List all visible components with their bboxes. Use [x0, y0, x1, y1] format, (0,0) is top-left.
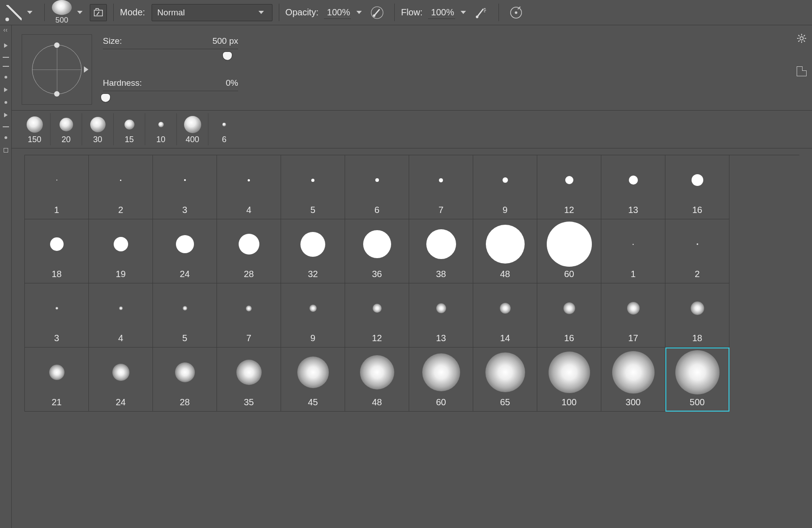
brush-preset[interactable]: 2 — [665, 219, 729, 283]
brush-preset[interactable]: 5 — [153, 283, 217, 347]
brush-preset[interactable]: 35 — [217, 347, 281, 412]
brush-preset[interactable]: 7 — [217, 283, 281, 347]
brush-preset[interactable]: 36 — [345, 219, 409, 283]
brush-preset[interactable]: 13 — [409, 283, 473, 347]
brush-angle-control[interactable] — [22, 34, 92, 105]
hardness-value[interactable]: 0% — [226, 78, 238, 88]
brush-preset[interactable]: 12 — [345, 283, 409, 347]
size-slider[interactable]: Size: 500 px — [103, 36, 238, 63]
soft-brush-icon — [422, 353, 460, 391]
brush-preset[interactable]: 28 — [217, 219, 281, 283]
new-preset-button[interactable] — [797, 66, 807, 76]
brush-preset[interactable]: 60 — [409, 347, 473, 412]
chevron-down-icon — [258, 11, 264, 14]
brush-preset[interactable]: 9 — [473, 155, 537, 219]
panel-menu-button[interactable] — [797, 33, 807, 46]
brush-preset[interactable]: 14 — [473, 283, 537, 347]
brush-preset[interactable]: 60 — [537, 219, 601, 283]
soft-brush-icon — [297, 357, 329, 388]
pressure-size-button[interactable] — [508, 5, 524, 21]
brush-size-label: 9 — [310, 333, 315, 343]
brush-preset[interactable]: 16 — [665, 155, 729, 219]
brush-preset[interactable]: 300 — [601, 347, 665, 412]
brush-preset[interactable]: 18 — [665, 283, 729, 347]
brush-preset[interactable]: 500 — [665, 347, 729, 412]
chevron-down-icon[interactable] — [27, 11, 32, 14]
opacity-value[interactable]: 100% — [324, 6, 351, 19]
brush-preset[interactable]: 1 — [25, 155, 89, 219]
brush-thumb-icon — [125, 120, 134, 130]
recent-brush[interactable]: 15 — [114, 113, 145, 145]
brush-preset[interactable]: 6 — [345, 155, 409, 219]
brush-preset[interactable]: 17 — [601, 283, 665, 347]
tool-stub-icon[interactable] — [3, 66, 9, 67]
slider-thumb[interactable] — [101, 94, 110, 102]
brush-thumb-icon — [158, 122, 164, 127]
tool-stub-icon[interactable] — [3, 57, 9, 58]
tool-stub-icon[interactable] — [5, 101, 7, 104]
brush-preset[interactable]: 48 — [345, 347, 409, 412]
brush-panel-toggle-button[interactable] — [90, 4, 107, 21]
brush-preset[interactable]: 65 — [473, 347, 537, 412]
brush-size-label: 18 — [692, 333, 702, 343]
brush-preset[interactable]: 24 — [89, 347, 153, 412]
chevron-down-icon[interactable] — [461, 11, 466, 14]
hard-brush-icon — [565, 176, 573, 184]
soft-brush-icon — [632, 244, 634, 245]
svg-line-14 — [804, 35, 805, 37]
recent-brush[interactable]: 150 — [19, 113, 51, 145]
tool-stub-icon[interactable] — [3, 126, 9, 127]
recent-brush[interactable]: 20 — [51, 113, 82, 145]
brush-preset[interactable]: 1 — [601, 219, 665, 283]
brush-preset[interactable]: 18 — [25, 219, 89, 283]
hard-brush-icon — [50, 237, 64, 251]
brush-preview-slot[interactable]: 500 — [51, 0, 73, 25]
brush-preset[interactable]: 3 — [153, 155, 217, 219]
recent-brush[interactable]: 10 — [145, 113, 177, 145]
recent-brush[interactable]: 400 — [177, 113, 208, 145]
size-value[interactable]: 500 px — [212, 36, 238, 46]
pressure-opacity-button[interactable] — [369, 5, 385, 21]
brush-preset[interactable]: 13 — [601, 155, 665, 219]
flow-label: Flow: — [401, 7, 423, 18]
brush-preset[interactable]: 45 — [281, 347, 345, 412]
brush-preset[interactable]: 100 — [537, 347, 601, 412]
tool-stub-icon[interactable] — [4, 88, 8, 92]
hardness-slider[interactable]: Hardness: 0% — [103, 78, 238, 105]
brush-preset[interactable]: 28 — [153, 347, 217, 412]
soft-brush-icon — [373, 304, 382, 313]
tool-stub-icon[interactable] — [4, 148, 8, 153]
collapse-icon[interactable]: ‹‹ — [0, 25, 11, 34]
flow-value[interactable]: 100% — [428, 6, 455, 19]
brush-preset[interactable]: 4 — [89, 283, 153, 347]
brush-preset[interactable]: 21 — [25, 347, 89, 412]
brush-preset[interactable]: 32 — [281, 219, 345, 283]
brush-size-label: 400 — [177, 135, 208, 144]
blend-mode-select[interactable]: Normal — [152, 4, 272, 21]
tool-stub-icon[interactable] — [4, 113, 8, 117]
slider-thumb[interactable] — [223, 52, 232, 60]
chevron-down-icon[interactable] — [356, 11, 362, 14]
chevron-down-icon[interactable] — [77, 11, 83, 14]
brush-preset[interactable]: 3 — [25, 283, 89, 347]
brush-preset[interactable]: 16 — [537, 283, 601, 347]
brush-preset[interactable]: 38 — [409, 219, 473, 283]
brush-preset[interactable]: 24 — [153, 219, 217, 283]
brush-preset[interactable]: 48 — [473, 219, 537, 283]
soft-brush-icon — [49, 365, 65, 380]
brush-preset[interactable]: 12 — [537, 155, 601, 219]
size-track[interactable] — [103, 53, 238, 63]
recent-brush[interactable]: 6 — [208, 113, 240, 145]
hardness-track[interactable] — [103, 95, 238, 105]
brush-preset[interactable]: 4 — [217, 155, 281, 219]
recent-brush[interactable]: 30 — [82, 113, 114, 145]
brush-preset[interactable]: 2 — [89, 155, 153, 219]
airbrush-button[interactable] — [473, 5, 489, 21]
tool-stub-icon[interactable] — [5, 76, 7, 79]
brush-preset[interactable]: 9 — [281, 283, 345, 347]
tool-stub-icon[interactable] — [4, 43, 8, 48]
brush-preset[interactable]: 7 — [409, 155, 473, 219]
tool-stub-icon[interactable] — [5, 136, 7, 139]
brush-preset[interactable]: 19 — [89, 219, 153, 283]
brush-preset[interactable]: 5 — [281, 155, 345, 219]
